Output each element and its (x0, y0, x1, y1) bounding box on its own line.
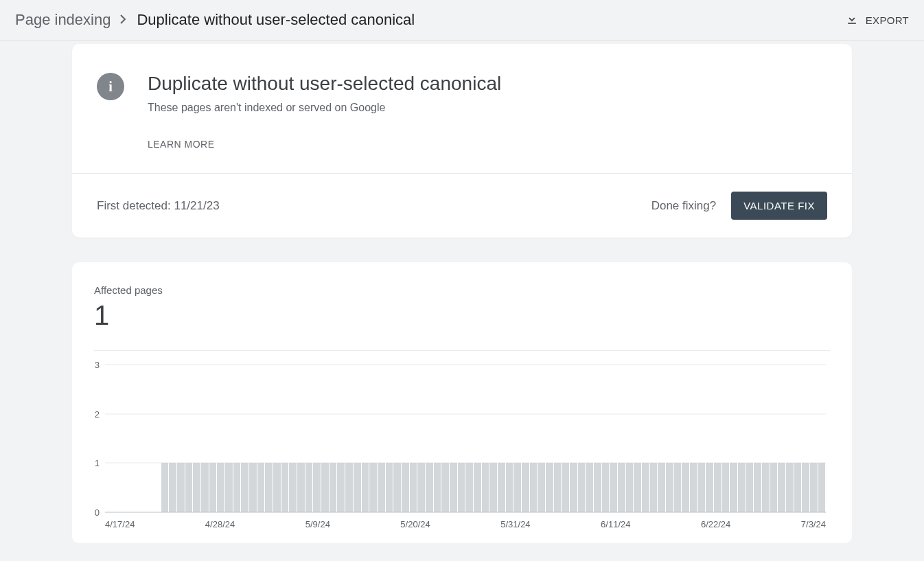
chart-bar (522, 463, 529, 512)
chart-x-tick: 5/20/24 (400, 519, 430, 529)
validate-fix-button[interactable]: VALIDATE FIX (731, 192, 827, 220)
chart-bar (513, 463, 521, 512)
affected-pages-card: Affected pages 1 3210 4/17/244/28/245/9/… (72, 262, 852, 543)
chart-bar (578, 463, 586, 512)
chart-bar (586, 463, 593, 512)
chart-bar (666, 463, 673, 512)
issue-subtitle: These pages aren't indexed or served on … (148, 102, 501, 114)
first-detected-date: 11/21/23 (174, 199, 219, 212)
chart-bar (289, 463, 297, 512)
issue-summary-bottom: First detected: 11/21/23 Done fixing? VA… (72, 173, 852, 238)
chart-bar (225, 463, 233, 512)
chart-bar (634, 463, 641, 512)
chevron-right-icon (120, 13, 127, 27)
chart-bar (354, 463, 361, 512)
chart-bar (378, 463, 385, 512)
chart-bar (818, 463, 826, 512)
chart-bar (530, 463, 538, 512)
download-icon (845, 12, 859, 28)
chart-x-tick: 4/17/24 (105, 519, 135, 529)
chart-y-tick: 3 (89, 360, 100, 370)
issue-summary-top: i Duplicate without user-selected canoni… (72, 44, 852, 173)
chart-bar (794, 463, 802, 512)
chart-bar (426, 463, 433, 512)
chart-bar (249, 463, 257, 512)
chart-bar (458, 463, 465, 512)
chart-bar (273, 463, 281, 512)
chart-bar (698, 463, 706, 512)
chart-bar (682, 463, 689, 512)
chart-bar (786, 463, 794, 512)
chart-bar (650, 463, 658, 512)
chart-bar (305, 463, 313, 512)
chart-bar (281, 463, 289, 512)
chart-bar (185, 463, 193, 512)
info-icon: i (97, 73, 124, 100)
chart-bar (193, 463, 200, 512)
chart-bar (386, 463, 393, 512)
issue-title: Duplicate without user-selected canonica… (148, 73, 501, 95)
chart-bar (730, 463, 737, 512)
breadcrumb: Page indexing Duplicate without user-sel… (15, 11, 415, 29)
chart-bar (337, 463, 345, 512)
chart-bar (674, 463, 682, 512)
chart-bar (369, 463, 377, 512)
chart-bar (570, 463, 577, 512)
chart-bar (626, 463, 634, 512)
chart-bar (762, 463, 770, 512)
chart-bar (810, 463, 818, 512)
chart-bar (690, 463, 697, 512)
chart-bar (450, 463, 457, 512)
chart-x-tick: 6/22/24 (701, 519, 730, 529)
chart-bar (257, 463, 265, 512)
chart-bar (177, 463, 185, 512)
content-area: i Duplicate without user-selected canoni… (0, 41, 924, 543)
chart-bar (474, 463, 481, 512)
chart-bar (417, 463, 425, 512)
affected-pages-value: 1 (94, 300, 830, 331)
chart-bars (105, 365, 826, 512)
chart-x-tick: 5/31/24 (500, 519, 530, 529)
affected-pages-label: Affected pages (94, 284, 830, 296)
chart-bar (313, 463, 321, 512)
chart-bar (618, 463, 625, 512)
chart-bar (345, 463, 353, 512)
chart-bar (738, 463, 746, 512)
chart-x-tick: 5/9/24 (305, 519, 330, 529)
page-header: Page indexing Duplicate without user-sel… (0, 0, 924, 41)
chart-bar (610, 463, 617, 512)
chart-bar (201, 463, 209, 512)
chart-bar (562, 463, 569, 512)
chart-bar (434, 463, 441, 512)
chart-bar (217, 463, 224, 512)
chart-bar (538, 463, 545, 512)
done-fixing-label: Done fixing? (651, 199, 717, 213)
learn-more-link[interactable]: LEARN MORE (148, 139, 501, 150)
chart-bar (554, 463, 562, 512)
first-detected: First detected: 11/21/23 (97, 199, 220, 213)
chart-bar (722, 463, 730, 512)
chart-bar (482, 463, 489, 512)
chart-bar (642, 463, 649, 512)
chart-y-tick: 1 (89, 458, 100, 468)
chart-y-tick: 2 (89, 409, 100, 419)
chart-bar (802, 463, 809, 512)
chart-bar (498, 463, 505, 512)
chart-bar (778, 463, 785, 512)
chart-bar (321, 463, 329, 512)
chart-bar (746, 463, 754, 512)
chart-bar (297, 463, 305, 512)
chart-area: 3210 4/17/244/28/245/9/245/20/245/31/246… (94, 350, 830, 529)
chart-bar (441, 463, 449, 512)
chart-bar (714, 463, 721, 512)
chart-bar (161, 463, 169, 512)
breadcrumb-current: Duplicate without user-selected canonica… (137, 11, 415, 29)
chart-x-axis: 4/17/244/28/245/9/245/20/245/31/246/11/2… (105, 519, 826, 529)
chart-bar (410, 463, 417, 512)
export-button[interactable]: EXPORT (845, 12, 909, 28)
breadcrumb-root[interactable]: Page indexing (15, 11, 111, 29)
chart-x-tick: 4/28/24 (205, 519, 235, 529)
chart-bar (754, 463, 761, 512)
chart-bar (265, 463, 273, 512)
chart-plot: 3210 (105, 365, 826, 512)
